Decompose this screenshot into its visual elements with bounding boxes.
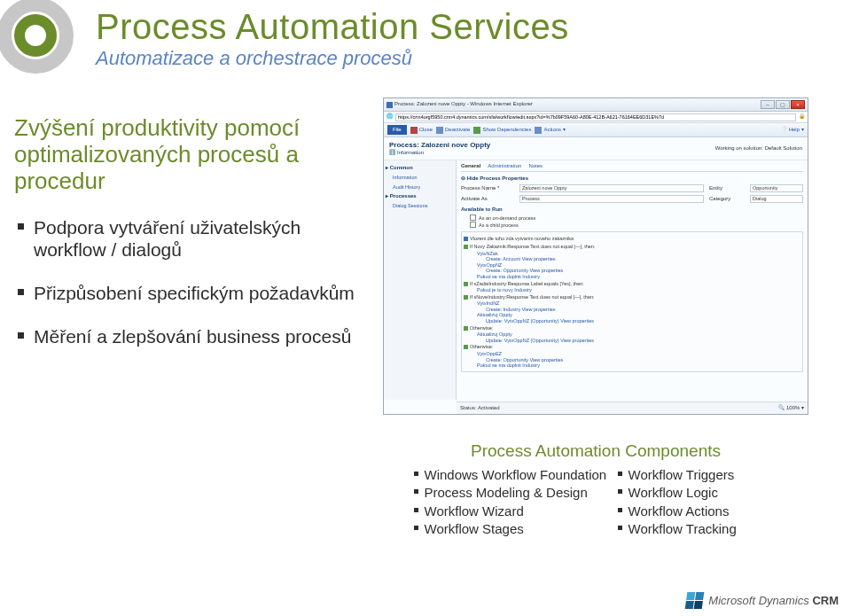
dynamics-icon: [685, 592, 705, 609]
left-bullet: Přizpůsobení specifickým požadavkům: [14, 282, 364, 304]
workflow-steps: Vlozeni dle toho zda vytvarim noveho zak…: [461, 231, 803, 371]
process-name-input[interactable]: Zalozeni nove Oppty: [519, 184, 704, 192]
main-tabs: General Administration Notes: [461, 163, 803, 172]
left-heading: Zvýšení produktivity pomocí optimalizova…: [14, 115, 364, 195]
url-input[interactable]: [395, 113, 796, 121]
record-subtitle: Information: [397, 150, 424, 156]
component-item: Workflow Logic: [616, 484, 780, 502]
record-breadcrumb: Process: Zalozeni nove Oppty: [389, 141, 490, 150]
workflow-step[interactable]: Vlozeni dle toho zda vytvarim noveho zak…: [464, 235, 800, 243]
app-icon: [386, 102, 393, 108]
activate-as-input[interactable]: Process: [519, 195, 704, 203]
workflow-step[interactable]: VytvOppEZ: [464, 351, 800, 357]
dynamics-crm-logo: Microsoft Dynamics CRM: [686, 592, 839, 609]
entity-input[interactable]: Opportunity: [750, 184, 803, 192]
tab-administration[interactable]: Administration: [488, 163, 521, 169]
activate-as-label: Activate As: [461, 196, 514, 202]
close-icon: [410, 127, 418, 134]
window-title-text: Process: Zalozeni nove Oppty - Windows I…: [394, 101, 533, 107]
ondemand-label: As an on-demand process: [479, 215, 535, 222]
help-action[interactable]: ❔Help ▾: [781, 127, 804, 133]
window-titlebar: Process: Zalozeni nove Oppty - Windows I…: [384, 98, 808, 112]
tab-general[interactable]: General: [461, 163, 480, 169]
workflow-step[interactable]: If Novy Zakaznik:Response Text does not …: [464, 243, 800, 251]
file-tab[interactable]: File: [387, 125, 407, 135]
child-checkbox[interactable]: [470, 222, 476, 228]
workflow-step[interactable]: Create: Opportunity View properties: [464, 268, 800, 274]
status-bar: Status: Activated 🔍 100% ▾: [457, 402, 808, 414]
workflow-step[interactable]: Create: Industry View properties: [464, 307, 800, 313]
component-item: Workflow Stages: [412, 520, 616, 538]
zoom-level[interactable]: 🔍 100% ▾: [778, 405, 804, 411]
workflow-step[interactable]: Otherwise:: [464, 343, 800, 351]
workflow-step[interactable]: If sNoveIndustry:Response Text does not …: [464, 293, 800, 301]
ribbon-toolbar: File Close Deactivate Show Dependencies …: [384, 123, 808, 137]
workflow-step[interactable]: Create: Account View properties: [464, 256, 800, 262]
sidebar-group-common: ▸ Common: [386, 163, 454, 173]
workflow-step[interactable]: Aktualizuj Oppty: [464, 312, 800, 318]
workflow-step[interactable]: Create: Opportunity View properties: [464, 357, 800, 363]
component-item: Workflow Triggers: [616, 466, 780, 484]
maximize-button[interactable]: ▢: [776, 100, 790, 109]
lock-icon: 🔒: [799, 113, 805, 120]
actions-icon: [535, 127, 542, 134]
close-button[interactable]: ×: [791, 100, 805, 109]
left-sidebar: ▸ Common Information Audit History ▸ Pro…: [384, 160, 457, 400]
dependencies-icon: [473, 127, 480, 134]
sidebar-item-dialog-sessions[interactable]: Dialog Sessions: [386, 201, 454, 211]
component-item: Workflow Tracking: [616, 520, 780, 538]
help-icon: ❔: [781, 127, 787, 133]
sidebar-item-audit-history[interactable]: Audit History: [386, 183, 454, 192]
show-dependencies-action[interactable]: Show Dependencies: [473, 127, 531, 134]
ring-inner: [14, 14, 57, 57]
components-section: Process Automation Components Windows Wo…: [383, 441, 808, 538]
workflow-step[interactable]: VytvNZak: [464, 251, 800, 257]
workflow-step[interactable]: Pokud je to novy Industry: [464, 287, 800, 293]
components-col-right: Workflow Triggers Workflow Logic Workflo…: [616, 466, 780, 538]
component-item: Workflow Actions: [616, 503, 780, 520]
tab-notes[interactable]: Notes: [528, 163, 543, 169]
title-block: Process Automation Services Automatizace…: [96, 7, 569, 70]
sidebar-group-processes: ▸ Processes: [386, 191, 454, 201]
workflow-step[interactable]: VytvOppNZ: [464, 262, 800, 269]
address-bar: 🌐 🔒: [384, 112, 808, 123]
deactivate-icon: [436, 127, 443, 134]
status-text: Status: Activated: [460, 405, 500, 411]
workflow-step[interactable]: If sZadatIndustry:Response Label equals …: [464, 280, 800, 288]
process-name-label: Process Name *: [461, 185, 514, 191]
child-label: As a child process: [479, 222, 519, 229]
deactivate-action[interactable]: Deactivate: [436, 127, 470, 134]
sidebar-item-information[interactable]: Information: [386, 173, 454, 183]
page-title: Process Automation Services: [96, 7, 569, 47]
actions-dropdown[interactable]: Actions ▾: [535, 127, 566, 134]
left-bullet: Podpora vytváření uživatelských workflow…: [14, 216, 364, 261]
category-input[interactable]: Dialog: [750, 195, 803, 203]
component-item: Process Modeling & Design: [412, 484, 616, 502]
corner-logo: [0, 0, 75, 75]
workflow-step[interactable]: Pokud se ma doplnit Industry: [464, 274, 800, 280]
workflow-step[interactable]: Update: VytvOppNZ (Opportunity) View pro…: [464, 338, 800, 344]
workflow-step[interactable]: Update: VytvOppNZ (Opportunity) View pro…: [464, 318, 800, 324]
minimize-button[interactable]: –: [761, 100, 775, 109]
available-to-run-title: Available to Run: [461, 207, 803, 213]
left-bullets: Podpora vytváření uživatelských workflow…: [14, 216, 364, 348]
entity-label: Entity: [709, 185, 745, 191]
hide-properties-toggle[interactable]: ⊖ Hide Process Properties: [461, 175, 803, 182]
globe-icon: 🌐: [386, 113, 393, 120]
workflow-step[interactable]: Aktualizuj Oppty: [464, 331, 800, 338]
close-action[interactable]: Close: [410, 127, 433, 134]
workflow-step[interactable]: Pokud se ma doplnit Industry: [464, 363, 800, 369]
page-subtitle: Automatizace a orchestrace procesů: [96, 47, 569, 70]
ondemand-checkbox[interactable]: [470, 214, 476, 221]
workflow-step[interactable]: Otherwise:: [464, 324, 800, 332]
component-item: Windows Workflow Foundation: [412, 466, 616, 484]
record-header: Process: Zalozeni nove Oppty ℹ️Informati…: [384, 137, 808, 160]
category-label: Category: [709, 196, 745, 202]
workflow-step[interactable]: VytvIndNZ: [464, 300, 800, 307]
left-bullet: Měření a zlepšování business procesů: [14, 325, 364, 347]
component-item: Workflow Wizard: [412, 503, 616, 520]
left-column: Zvýšení produktivity pomocí optimalizova…: [14, 115, 364, 369]
components-col-left: Windows Workflow Foundation Process Mode…: [412, 466, 616, 538]
crm-screenshot: Process: Zalozeni nove Oppty - Windows I…: [383, 97, 808, 415]
working-on-solution: Working on solution: Default Solution: [715, 145, 802, 152]
